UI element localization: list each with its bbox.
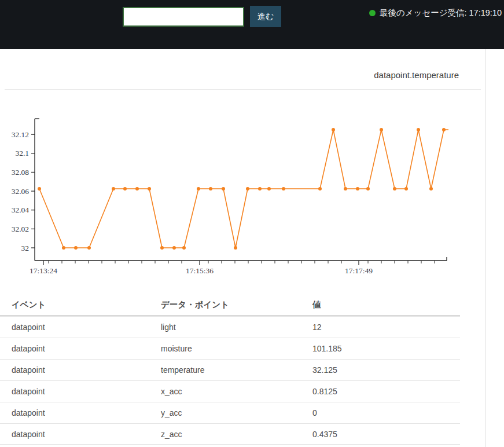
x-axis-tick-label: 17:17:49	[345, 266, 373, 275]
x-axis-tick-label: 17:15:36	[186, 266, 214, 275]
table-row: datapointz_acc0.4375	[0, 423, 460, 445]
table-cell: 0.8125	[301, 387, 460, 396]
last-message-received-label: 最後のメッセージ受信: 17:19:10	[380, 8, 502, 19]
chart-title: datapoint.temperature	[374, 70, 459, 80]
chart-canvas[interactable]: 3232.0232.0432.0632.0832.132.1217:13:241…	[0, 96, 485, 275]
y-axis-tick-label: 32.08	[12, 168, 30, 177]
data-point-marker	[442, 128, 446, 131]
y-axis-tick-label: 32.1	[15, 149, 29, 157]
content-area: datapoint.temperature 3232.0232.0432.063…	[0, 49, 504, 447]
table-cell: temperature	[149, 365, 301, 375]
x-axis-tick-label: 17:13:24	[30, 266, 57, 275]
column-header-value: 値	[301, 299, 460, 310]
table-body: datapointlight12datapointmoisture101.185…	[0, 316, 460, 445]
datapoint-table: イベント データ・ポイント 値 datapointlight12datapoin…	[0, 294, 460, 445]
table-row: datapointy_acc0	[0, 402, 460, 423]
table-cell: x_acc	[149, 387, 301, 396]
status-dot-icon	[369, 10, 376, 16]
data-point-marker	[393, 187, 396, 190]
temperature-line-chart[interactable]: 3232.0232.0432.0632.0832.132.1217:13:241…	[0, 96, 485, 275]
column-header-event: イベント	[0, 299, 149, 310]
data-point-marker	[87, 246, 91, 250]
top-header-bar: 進む 最後のメッセージ受信: 17:19:10	[0, 0, 504, 49]
data-point-marker	[332, 128, 335, 131]
data-point-marker	[135, 187, 139, 190]
data-point-marker	[197, 187, 200, 190]
table-cell: 0.4375	[301, 430, 460, 439]
data-point-marker	[182, 246, 186, 250]
data-point-marker	[356, 187, 359, 190]
table-cell: 32.125	[301, 365, 460, 375]
submit-button[interactable]: 進む	[250, 6, 281, 27]
data-point-marker	[417, 128, 420, 131]
table-cell: datapoint	[0, 323, 149, 332]
table-cell: y_acc	[149, 408, 301, 417]
data-point-marker	[148, 187, 151, 190]
y-axis-tick-label: 32	[21, 244, 30, 252]
column-header-datapoint: データ・ポイント	[149, 299, 301, 310]
table-cell: datapoint	[0, 365, 149, 375]
command-input[interactable]	[123, 7, 244, 27]
data-point-marker	[267, 187, 271, 190]
table-cell: datapoint	[0, 408, 149, 417]
data-point-marker	[282, 187, 285, 190]
data-point-marker	[234, 246, 237, 250]
data-point-marker	[404, 187, 408, 190]
table-cell: z_acc	[149, 430, 301, 439]
data-point-marker	[429, 187, 433, 190]
y-axis-tick-label: 32.06	[12, 187, 30, 196]
table-cell: 12	[301, 323, 460, 332]
data-point-marker	[344, 187, 347, 190]
data-point-marker	[366, 187, 370, 190]
table-cell: 0	[301, 408, 460, 417]
data-point-marker	[62, 246, 65, 250]
data-point-marker	[222, 187, 225, 190]
data-point-marker	[74, 246, 78, 250]
data-point-marker	[172, 246, 176, 250]
table-row: datapointlight12	[0, 316, 460, 338]
temperature-series-line	[39, 130, 448, 248]
table-row: datapointmoisture101.185	[0, 338, 460, 359]
data-point-marker	[258, 187, 262, 190]
table-cell: 101.185	[301, 344, 460, 353]
table-cell: datapoint	[0, 430, 149, 439]
data-point-marker	[246, 187, 249, 190]
data-point-marker	[38, 187, 41, 190]
table-cell: moisture	[149, 344, 301, 353]
table-cell: datapoint	[0, 387, 149, 396]
table-row: datapointtemperature32.125	[0, 359, 460, 380]
table-header-row: イベント データ・ポイント 値	[0, 294, 460, 316]
data-point-marker	[380, 128, 383, 131]
connection-status: 最後のメッセージ受信: 17:19:10	[369, 8, 502, 19]
chart-panel-header: datapoint.temperature	[5, 49, 481, 90]
table-cell: light	[149, 323, 301, 332]
data-point-marker	[112, 187, 115, 190]
data-point-marker	[318, 187, 322, 190]
y-axis-tick-label: 32.02	[12, 225, 29, 233]
y-axis-tick-label: 32.12	[12, 130, 29, 139]
y-axis-tick-label: 32.04	[12, 206, 30, 214]
table-cell: datapoint	[0, 344, 149, 353]
data-point-marker	[209, 187, 212, 190]
data-point-marker	[123, 187, 127, 190]
panel-right-border	[485, 49, 485, 447]
table-row: datapointx_acc0.8125	[0, 380, 460, 402]
data-point-marker	[160, 246, 164, 250]
